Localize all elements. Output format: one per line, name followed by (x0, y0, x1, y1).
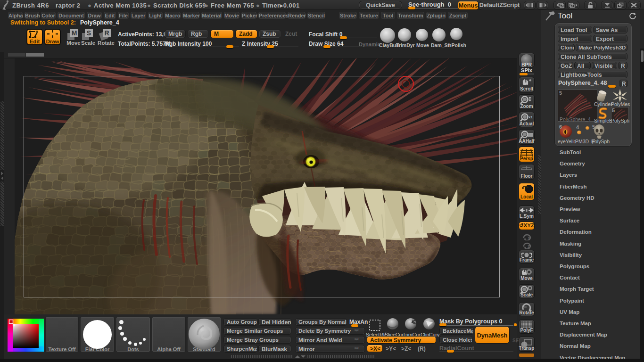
svg-text:Z: Z (528, 244, 530, 249)
svg-text:x1: x1 (528, 115, 533, 119)
svg-text:Y: Y (528, 236, 530, 240)
